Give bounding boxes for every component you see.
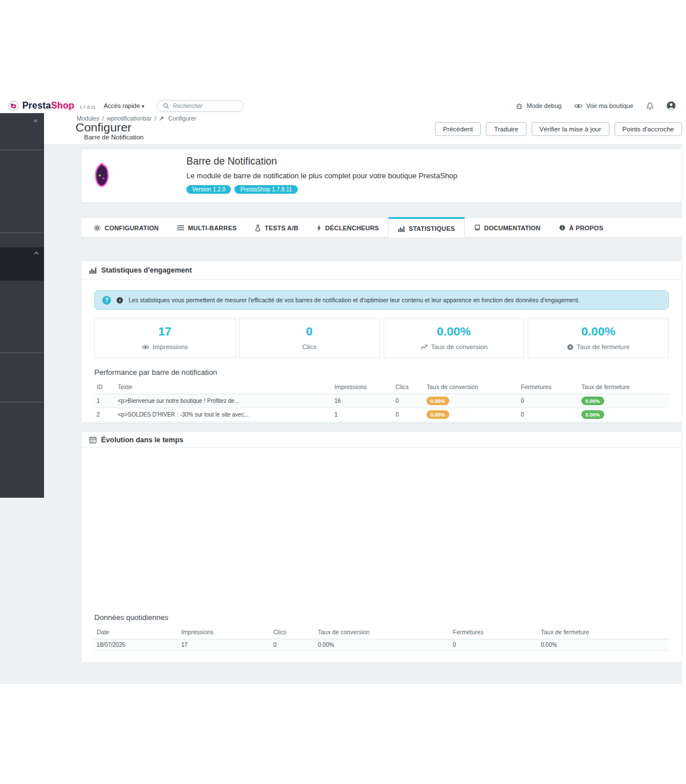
cell-clics: 0 bbox=[393, 394, 424, 408]
module-tabbar: CONFIGURATION MULTI-BARRES TESTS A/B DÉC… bbox=[81, 218, 682, 238]
cell-impressions: 16 bbox=[332, 394, 393, 408]
evolution-chart-area bbox=[94, 448, 669, 603]
page-header: Modules / wpnotificationbar / Configurer… bbox=[44, 113, 686, 144]
list-icon bbox=[177, 225, 184, 230]
stats-panel-title: Statistiques d'engagement bbox=[101, 266, 192, 274]
stat-value: 0.00% bbox=[384, 325, 524, 338]
search-icon bbox=[163, 103, 169, 109]
flask-icon bbox=[255, 225, 261, 231]
gear-icon bbox=[94, 225, 101, 231]
module-logo-icon bbox=[91, 161, 113, 189]
info-circle-icon bbox=[559, 225, 565, 231]
tab-configuration[interactable]: CONFIGURATION bbox=[85, 218, 168, 237]
conversion-rate-badge: 0.00% bbox=[426, 410, 449, 419]
evolution-panel: Évolution dans le temps Données quotidie… bbox=[81, 431, 682, 663]
column-header: Taux de conversion bbox=[316, 626, 450, 639]
tab-multi-barres[interactable]: MULTI-BARRES bbox=[168, 218, 246, 237]
column-header: Fermetures bbox=[519, 381, 579, 394]
module-description: Le module de barre de notification le pl… bbox=[186, 171, 457, 180]
breadcrumb-item-configure[interactable]: Configurer bbox=[168, 115, 196, 122]
cell-texte: <p>SOLDES D'HIVER : -30% sur tout le sit… bbox=[115, 408, 332, 422]
tab-label: À PROPOS bbox=[569, 225, 604, 231]
prestashop-logo[interactable]: PrestaShop 1.7.8.11 bbox=[8, 101, 95, 111]
previous-button[interactable]: Précédent bbox=[435, 122, 481, 136]
sidebar-divider bbox=[0, 353, 44, 353]
performance-table-title: Performance par barre de notification bbox=[94, 368, 669, 377]
sidebar: « bbox=[0, 113, 44, 498]
view-shop-button[interactable]: Voir ma boutique bbox=[571, 102, 637, 109]
debug-mode-button[interactable]: Mode debug bbox=[512, 102, 565, 110]
breadcrumb-separator: / bbox=[154, 115, 156, 122]
search-input[interactable] bbox=[173, 103, 230, 109]
chevron-up-icon bbox=[34, 251, 39, 255]
eye-icon bbox=[142, 345, 149, 350]
daily-table: Date Impressions Clics Taux de conversio… bbox=[94, 626, 669, 651]
table-row: 1 <p>Bienvenue sur notre boutique ! Prof… bbox=[94, 394, 669, 408]
check-update-button[interactable]: Vérifier la mise à jour bbox=[532, 122, 609, 136]
stats-panel: Statistiques d'engagement ? i Les statis… bbox=[81, 261, 682, 423]
translate-button[interactable]: Traduire bbox=[486, 122, 526, 136]
table-row: 18/07/2025 17 0 0.00% 0 0.00% bbox=[94, 639, 669, 651]
stat-card-impressions: 17 Impressions bbox=[94, 318, 236, 358]
module-card: Barre de Notification Le module de barre… bbox=[81, 149, 682, 203]
info-alert-text: Les statistiques vous permettent de mesu… bbox=[129, 297, 580, 303]
tab-tests-ab[interactable]: TESTS A/B bbox=[246, 218, 308, 237]
wrench-icon bbox=[159, 116, 164, 121]
caret-down-icon: ▾ bbox=[142, 103, 145, 109]
stat-label: Taux de conversion bbox=[431, 343, 488, 350]
calendar-icon bbox=[89, 436, 97, 443]
bell-icon bbox=[646, 102, 654, 110]
column-header: Fermetures bbox=[450, 626, 539, 639]
column-header: Impressions bbox=[179, 626, 271, 639]
cell-fermetures: 0 bbox=[519, 408, 579, 422]
column-header: Date bbox=[94, 626, 179, 639]
page-title: Configurer bbox=[75, 121, 131, 134]
tab-statistiques[interactable]: STATISTIQUES bbox=[388, 217, 465, 238]
column-header: Taux de fermeture bbox=[579, 381, 669, 394]
stat-card-clics: 0 Clics bbox=[239, 318, 380, 358]
shop-version-label: 1.7.8.11 bbox=[79, 105, 95, 110]
cell-texte: <p>Bienvenue sur notre boutique ! Profit… bbox=[115, 394, 332, 408]
tab-label: CONFIGURATION bbox=[105, 225, 159, 231]
bar-chart-icon bbox=[89, 267, 97, 274]
stat-value: 17 bbox=[95, 325, 235, 338]
quick-access-menu[interactable]: Accès rapide ▾ bbox=[103, 102, 144, 109]
brand-name: PrestaShop bbox=[22, 101, 74, 111]
performance-table: ID Texte Impressions Clics Taux de conve… bbox=[94, 381, 669, 422]
toolbar: Précédent Traduire Vérifier la mise à jo… bbox=[435, 122, 682, 136]
page-subtitle: Barre de Notification bbox=[84, 134, 143, 141]
tab-label: DÉCLENCHEURS bbox=[325, 225, 379, 231]
prestashop-version-badge: PrestaShop 1.7.8.11 bbox=[234, 185, 297, 194]
tab-label: TESTS A/B bbox=[265, 225, 298, 231]
notifications-button[interactable] bbox=[643, 102, 657, 110]
sidebar-active-item[interactable] bbox=[0, 247, 44, 281]
daily-table-title: Données quotidiennes bbox=[94, 613, 669, 622]
stat-label: Clics bbox=[302, 343, 317, 350]
stat-label: Taux de fermeture bbox=[577, 343, 630, 350]
tab-a-propos[interactable]: À PROPOS bbox=[550, 218, 613, 237]
hooks-button[interactable]: Points d'accroche bbox=[615, 122, 682, 136]
close-rate-badge: 0.00% bbox=[581, 397, 604, 405]
user-avatar-icon bbox=[667, 101, 676, 110]
stat-card-taux-fermeture: 0.00% Taux de fermeture bbox=[528, 318, 669, 358]
stat-value: 0 bbox=[240, 325, 380, 338]
column-header: Clics bbox=[393, 381, 424, 394]
search-box[interactable] bbox=[157, 100, 244, 112]
evolution-panel-title: Évolution dans le temps bbox=[101, 436, 184, 444]
sidebar-collapse-button[interactable]: « bbox=[34, 116, 38, 125]
tab-declencheurs[interactable]: DÉCLENCHEURS bbox=[308, 218, 388, 237]
stats-panel-header: Statistiques d'engagement bbox=[82, 261, 681, 280]
close-rate-badge: 0.00% bbox=[581, 410, 604, 419]
account-button[interactable] bbox=[663, 101, 679, 110]
sidebar-divider bbox=[0, 233, 44, 233]
view-shop-label: Voir ma boutique bbox=[586, 102, 633, 109]
cell-fermetures: 0 bbox=[519, 394, 579, 408]
column-header: Texte bbox=[115, 381, 332, 394]
column-header: Taux de fermeture bbox=[539, 626, 669, 639]
bar-chart-icon bbox=[398, 226, 405, 232]
tab-label: DOCUMENTATION bbox=[484, 225, 541, 231]
module-version-badge: Version 1.2.0 bbox=[186, 185, 231, 194]
eye-icon bbox=[574, 103, 583, 109]
conversion-rate-badge: 0.00% bbox=[426, 397, 449, 405]
tab-documentation[interactable]: DOCUMENTATION bbox=[465, 218, 550, 237]
